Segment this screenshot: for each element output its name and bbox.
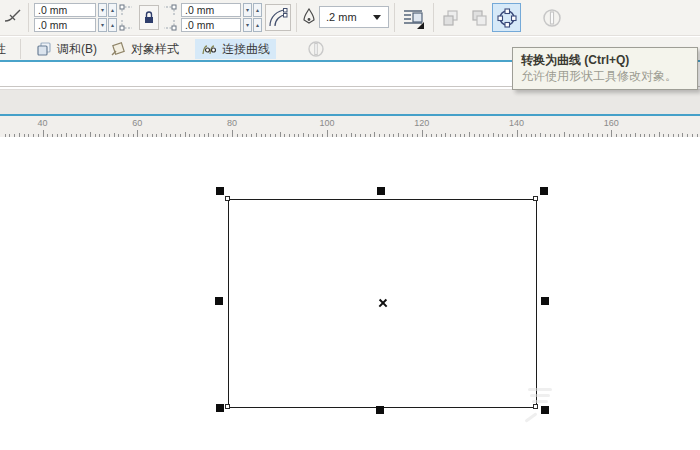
tab-connect-curves-label: 连接曲线 [222,41,270,58]
separator [394,3,395,32]
handle-middle-right[interactable] [541,297,549,305]
corner-node-bottom-left[interactable] [225,404,230,409]
separator [20,39,21,59]
to-back-icon [469,8,489,28]
ruler-label: 60 [132,118,142,128]
corner-indicator-bottom-left-icon [119,18,135,32]
convert-to-curves-icon [495,6,519,30]
corner-indicator-bottom-right-icon [161,18,177,32]
connect-curves-icon [201,41,217,57]
app-window: ▾ ▴ ▾ ▴ [0,0,700,450]
extrude-button[interactable] [304,39,328,59]
corner-radius-bottom-right-input[interactable] [181,18,241,32]
object-styles-icon [110,41,126,57]
tab-blend[interactable]: 调和(B) [30,39,103,59]
ruler-tick [611,130,612,137]
chevron-down-icon [373,15,381,20]
ruler-label: 120 [414,118,429,128]
corner-radius-bottom-left-input[interactable] [34,18,96,32]
handle-top-middle[interactable] [377,187,385,195]
ruler-label: 80 [227,118,237,128]
tab-object-styles-label: 对象样式 [131,41,179,58]
tab-connect-curves[interactable]: 连接曲线 [195,39,276,59]
spinner-down-button[interactable]: ▾ [243,18,252,32]
tooltip: 转换为曲线 (Ctrl+Q) 允许使用形状工具修改对象。 [512,47,698,90]
ruler-tick [517,130,518,137]
corner-node-bottom-right[interactable] [533,404,538,409]
to-front-icon [441,8,461,28]
corner-radius-top-right-input[interactable] [181,3,241,17]
corner-node-top-left[interactable] [225,196,230,201]
spinner-up-button[interactable]: ▴ [108,3,117,17]
handle-bottom-left[interactable] [216,404,224,412]
ruler-label: 100 [319,118,334,128]
lock-icon [143,10,155,25]
wrap-text-button[interactable] [399,5,427,31]
selection-center-marker[interactable] [378,298,388,308]
ruler-tick [327,130,328,137]
to-front-of-layer-button[interactable] [439,6,463,30]
ruler-label: 160 [604,118,619,128]
horizontal-ruler[interactable]: 406080100120140160 [0,114,700,137]
tooltip-title: 转换为曲线 (Ctrl+Q) [521,52,689,68]
close-curve-icon [541,7,563,29]
property-bar: ▾ ▴ ▾ ▴ [0,0,700,36]
extrude-icon [307,40,325,58]
handle-top-right[interactable] [540,187,548,195]
close-curve-button[interactable] [539,5,565,31]
ruler-label: 40 [37,118,47,128]
lock-corners-button[interactable] [139,5,159,30]
separator [28,3,29,32]
spinner-up-button[interactable]: ▴ [253,3,262,17]
handle-middle-left[interactable] [215,297,223,305]
wrap-text-icon [401,6,425,30]
corner-node-top-right[interactable] [533,196,538,201]
window-margin-band [0,90,700,114]
handle-bottom-middle[interactable] [376,406,384,414]
relative-corner-scaling-button[interactable] [265,4,291,31]
handle-top-left[interactable] [216,187,224,195]
partial-tab-label: 性 [0,41,6,58]
tooltip-description: 允许使用形状工具修改对象。 [521,68,689,84]
ruler-tick [422,130,423,137]
outline-width-select[interactable]: .2 mm [319,6,389,28]
ruler-tick [43,130,44,137]
ruler-label: 140 [509,118,524,128]
outline-width-icon [301,8,317,28]
corner-radius-top-left-input[interactable] [34,3,96,17]
handle-bottom-right[interactable] [541,406,549,414]
spinner-up-button[interactable]: ▴ [253,18,262,32]
spinner-down-button[interactable]: ▾ [98,18,107,32]
spinner-down-button[interactable]: ▾ [243,3,252,17]
separator [433,3,434,32]
ruler-tick [232,130,233,137]
tab-blend-label: 调和(B) [57,41,97,58]
spinner-down-button[interactable]: ▾ [98,3,107,17]
corner-shape-icon [2,7,24,29]
separator [296,3,297,32]
corner-indicator-top-right-icon [161,3,177,17]
to-back-of-layer-button[interactable] [467,6,491,30]
outline-width-value: .2 mm [326,11,357,23]
corner-indicator-top-left-icon [119,3,135,17]
corner-scaling-icon [268,8,288,28]
spinner-up-button[interactable]: ▴ [108,18,117,32]
convert-to-curves-button[interactable] [492,3,521,32]
blend-icon [36,41,52,57]
ruler-tick [137,130,138,137]
tab-object-styles[interactable]: 对象样式 [104,39,185,59]
